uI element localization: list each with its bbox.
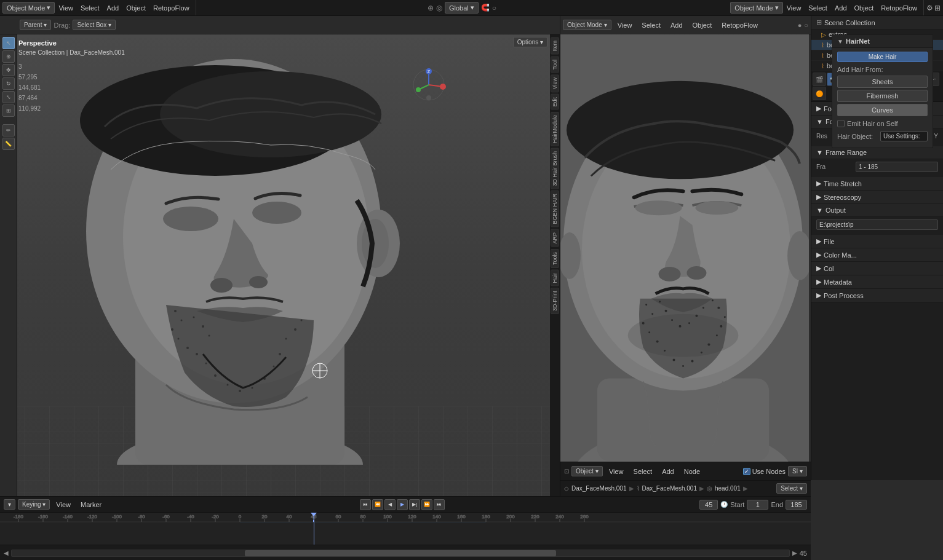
node-select-btn[interactable]: Select <box>630 467 656 476</box>
viewport-right[interactable] <box>560 34 809 462</box>
tab-item[interactable]: Item <box>551 37 559 55</box>
make-hair-btn[interactable]: Make Hair <box>837 52 928 62</box>
select-right-toolbar[interactable]: Select <box>638 20 664 30</box>
from-curves-btn[interactable]: Curves <box>837 104 928 116</box>
move-tool[interactable]: ✥ <box>2 64 15 76</box>
annotate-tool[interactable]: ✏ <box>2 124 15 136</box>
emit-hair-checkbox[interactable] <box>837 120 845 127</box>
jump-start-btn[interactable]: ⏮ <box>360 499 371 510</box>
node-view-btn[interactable]: View <box>605 467 627 476</box>
node-select-dropdown[interactable]: Select ▾ <box>776 483 807 494</box>
scroll-right-icon[interactable]: ▶ <box>792 550 797 556</box>
node-node-btn[interactable]: Node <box>680 467 704 476</box>
jump-end-btn[interactable]: ⏭ <box>434 499 445 510</box>
post-process-header[interactable]: ▶ Post Process <box>811 289 943 302</box>
menu-add-left[interactable]: Add <box>103 3 123 13</box>
use-nodes-toggle[interactable]: ✓ Use Nodes <box>743 468 786 475</box>
frame-field[interactable]: 1 - 185 <box>856 162 938 172</box>
measure-tool[interactable]: 📏 <box>2 138 15 150</box>
parent-btn[interactable]: Parent ▾ <box>20 20 51 30</box>
options-btn[interactable]: Options ▾ <box>513 37 547 47</box>
end-frame-display[interactable]: 185 <box>786 500 807 510</box>
transform-tool[interactable]: ⊞ <box>2 105 15 117</box>
frame-label: Fra <box>816 164 853 170</box>
col-header[interactable]: ▶ Col <box>811 262 943 275</box>
tab-hairmodule[interactable]: HairModule <box>551 112 559 146</box>
prev-keyframe-btn[interactable]: ⏪ <box>372 499 383 510</box>
tab-bgenhair[interactable]: BGEN HAIR <box>551 191 559 227</box>
start-frame-display[interactable]: 1 <box>747 500 768 510</box>
scroll-left-icon[interactable]: ◀ <box>4 550 9 556</box>
node-sl-btn[interactable]: Sl ▾ <box>788 466 807 476</box>
menu-object-right[interactable]: Object <box>851 3 878 13</box>
menu-select-right[interactable]: Select <box>805 3 831 13</box>
object-right-toolbar[interactable]: Object <box>689 20 716 30</box>
menu-select-left[interactable]: Select <box>77 3 103 13</box>
tab-3dprint[interactable]: 3D-Print <box>551 288 559 314</box>
node-add-btn[interactable]: Add <box>658 467 678 476</box>
menu-view-right[interactable]: View <box>783 3 805 13</box>
transform-mode-btn[interactable]: Global ▾ <box>445 2 479 14</box>
view-timeline-btn[interactable]: View <box>52 500 74 510</box>
svg-text:260: 260 <box>580 514 589 519</box>
drag-btn[interactable]: Select Box ▾ <box>73 20 116 30</box>
retopoflow-right-toolbar[interactable]: RetopoFlow <box>718 20 762 30</box>
nb-item3[interactable]: head.001 <box>715 485 741 492</box>
from-sheets-btn[interactable]: Sheets <box>837 76 928 88</box>
mode-selector-right[interactable]: Object Mode ▾ <box>730 2 782 14</box>
file-format-header[interactable]: ▶ File <box>811 235 943 248</box>
next-keyframe-btn[interactable]: ⏩ <box>421 499 432 510</box>
settings-icon[interactable]: ⚙ <box>926 4 933 12</box>
tab-tool[interactable]: Tool <box>551 57 559 73</box>
cursor-tool[interactable]: ⊕ <box>2 50 15 63</box>
layout-icon[interactable]: ⊞ <box>934 4 941 12</box>
tab-hair[interactable]: Hair <box>551 270 559 286</box>
from-fibermesh-btn[interactable]: Fibermesh <box>837 90 928 102</box>
play-btn[interactable]: ▶ <box>397 499 408 510</box>
tab-view[interactable]: View <box>551 74 559 92</box>
output-path-field[interactable]: E:\projects\p <box>816 219 938 230</box>
timeline-mode-btn[interactable]: ▾ <box>4 499 15 510</box>
menu-retopoflow-left[interactable]: RetopoFlow <box>149 3 193 13</box>
tab-arp[interactable]: ARP <box>551 229 559 247</box>
color-mgmt-header[interactable]: ▶ Color Ma... <box>811 248 943 262</box>
time-stretch-header[interactable]: ▶ Time Stretch <box>811 177 943 191</box>
timeline-scrollbar[interactable] <box>11 550 790 557</box>
svg-point-55 <box>686 266 706 280</box>
rotate-tool[interactable]: ↻ <box>2 77 15 90</box>
viewport-gizmo[interactable]: Z <box>412 68 446 102</box>
mode-selector-left[interactable]: Object Mode ▾ <box>2 2 55 14</box>
object-mode-right-btn[interactable]: Object Mode ▾ <box>563 20 611 30</box>
menu-object-left[interactable]: Object <box>122 3 149 13</box>
use-settings-btn[interactable]: Use Settings: <box>880 131 928 141</box>
current-frame-display[interactable]: 45 <box>699 500 718 510</box>
add-right-toolbar[interactable]: Add <box>667 20 686 30</box>
tab-3dhairbrush[interactable]: 3D Hair Brush <box>551 148 559 189</box>
step-fwd-btn[interactable]: ▶| <box>409 499 420 510</box>
menu-view-left[interactable]: View <box>55 3 77 13</box>
frame-range-section-header[interactable]: ▼ Frame Range <box>811 146 943 159</box>
svg-point-25 <box>252 387 253 389</box>
head-render-svg <box>560 34 809 462</box>
output-section-header[interactable]: ▼ Output <box>811 204 943 217</box>
viewport-left[interactable]: Perspective Scene Collection | Dax_FaceM… <box>0 34 560 499</box>
scale-tool[interactable]: ⤡ <box>2 91 15 103</box>
prop-scene-btn[interactable]: 🎬 <box>813 73 826 86</box>
tab-edit[interactable]: Edit <box>551 94 559 110</box>
stereoscopy-header[interactable]: ▶ Stereoscopy <box>811 191 943 204</box>
timeline-ruler[interactable]: -180 -160 -140 -120 -100 -80 -60 -40 -20… <box>0 513 811 545</box>
view-right-toolbar[interactable]: View <box>614 20 636 30</box>
step-back-btn[interactable]: ◀ <box>384 499 396 510</box>
select-tool[interactable]: ↖ <box>2 37 15 49</box>
marker-btn[interactable]: Marker <box>77 500 105 510</box>
nb-item2[interactable]: Dax_FaceMesh.001 <box>642 485 698 492</box>
keying-btn[interactable]: Keying ▾ <box>18 499 50 510</box>
nb-item1[interactable]: Dax_FaceMesh.001 <box>571 485 627 492</box>
node-object-btn[interactable]: Object ▾ <box>571 466 603 476</box>
tab-tools[interactable]: Tools <box>551 249 559 268</box>
hairnet-collapse-arrow[interactable]: ▼ <box>837 38 843 45</box>
metadata-header[interactable]: ▶ Metadata <box>811 275 943 289</box>
prop-material-btn[interactable]: 🟠 <box>813 87 826 100</box>
menu-add-right[interactable]: Add <box>831 3 851 13</box>
menu-retopoflow-right[interactable]: RetopoFlow <box>877 3 921 13</box>
